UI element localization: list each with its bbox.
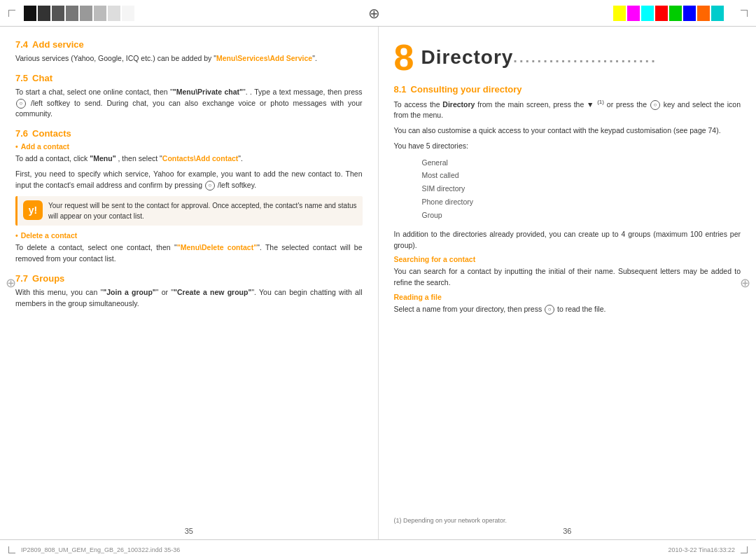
section-76-title: Contacts (32, 128, 71, 139)
crosshair-right: ⊕ (740, 275, 750, 291)
corner-mark-bl (8, 546, 15, 553)
private-chat-menu: "Menu\Private chat" (173, 88, 243, 96)
corner-mark-br (741, 546, 748, 553)
page-left: ⊕ 7.4 Add service Various services (Yaho… (0, 27, 379, 539)
color-swatch (697, 6, 710, 21)
contacts-add-path: Contacts\Add contact (162, 154, 239, 163)
confirm-icon: ○ (205, 181, 215, 191)
chapter-dots: ........................ (513, 50, 657, 66)
section-75-title: Chat (32, 73, 52, 83)
section-81-p1: To access the Directory from the main sc… (394, 98, 741, 121)
color-swatch (38, 6, 50, 21)
section-77: 7.7 Groups With this menu, you can ""Joi… (15, 273, 363, 310)
chapter-title: Directory ........................ (421, 46, 657, 69)
section-76-num: 7.6 (15, 128, 28, 139)
color-swatch (669, 6, 682, 21)
color-swatch (52, 6, 64, 21)
dir-phone: Phone directory (422, 195, 741, 209)
info-app-icon: y! (23, 200, 43, 220)
section-77-num: 7.7 (15, 273, 28, 284)
section-76: 7.6 Contacts Add a contact To add a cont… (15, 128, 363, 265)
section-77-title: Groups (32, 273, 64, 284)
section-74: 7.4 Add service Various services (Yahoo,… (15, 39, 363, 64)
create-group: "Create a new group" (174, 288, 251, 296)
corner-mark-tr (741, 10, 748, 17)
searching-heading: Searching for a contact (394, 255, 741, 263)
footnote: (1) Depending on your network operator. (394, 517, 741, 524)
color-swatch (711, 6, 724, 21)
top-bar: ⊕ (0, 0, 756, 27)
section-81-p3: You have 5 directories: (394, 141, 741, 152)
page-number-left: 35 (0, 527, 378, 535)
directory-bold: Directory (442, 100, 475, 109)
corner-mark-tl (8, 10, 15, 17)
color-swatch (24, 6, 36, 21)
bullet-delete-contact: Delete a contact (15, 231, 363, 240)
section-74-title: Add service (32, 39, 84, 50)
section-75: 7.5 Chat To start a chat, select one onl… (15, 73, 363, 120)
read-key-icon: ○ (545, 305, 554, 315)
section-75-body: To start a chat, select one online conta… (15, 87, 363, 120)
color-swatch (122, 6, 134, 21)
section-81-heading: 8.1 Consulting your directory (394, 84, 741, 95)
color-swatch (613, 6, 626, 21)
reading-heading: Reading a file (394, 293, 741, 301)
chapter-title-wrap: Directory ........................ (421, 46, 657, 69)
color-swatch (655, 6, 668, 21)
color-swatch (627, 6, 640, 21)
page-right: ⊕ 8 Directory ........................ 8… (379, 27, 757, 539)
dir-general: General (422, 156, 741, 170)
bottom-bar-right: 2010-3-22 Tina16:33:22 (668, 546, 748, 553)
top-bar-left (8, 6, 134, 21)
add-contact-p2: First, you need to specify which service… (15, 169, 363, 191)
footnote-ref: (1) (597, 99, 604, 105)
section-76-heading: 7.6 Contacts (15, 128, 363, 139)
section-75-num: 7.5 (15, 73, 28, 83)
color-swatch (108, 6, 120, 21)
main-content: ⊕ 7.4 Add service Various services (Yaho… (0, 27, 756, 539)
menu-label: "Menu" (90, 154, 115, 163)
dir-sim: SIM directory (422, 182, 741, 195)
color-swatch (80, 6, 92, 21)
color-swatch (94, 6, 106, 21)
delete-menu-path: "Menu\Delete contact" (177, 243, 257, 251)
section-74-num: 7.4 (15, 39, 28, 50)
section-81: 8.1 Consulting your directory To access … (394, 84, 741, 315)
add-contact-p1: To add a contact, click "Menu" , then se… (15, 153, 363, 165)
bottom-bar: IP2809_808_UM_GEM_Eng_GB_26_100322.indd … (0, 539, 756, 559)
section-81-p5: You can search for a contact by inputtin… (394, 266, 741, 289)
bottom-bar-left: IP2809_808_UM_GEM_Eng_GB_26_100322.indd … (8, 546, 180, 553)
info-box: y! Your request will be sent to the cont… (15, 196, 363, 226)
menu-path: Menu\Services\Add Service (216, 54, 312, 62)
bullet-add-contact: Add a contact (15, 142, 363, 151)
section-81-num: 8.1 (394, 84, 407, 95)
chapter-number: 8 (394, 39, 414, 76)
section-81-p2: You can also customise a quick access to… (394, 125, 741, 137)
top-bar-right (613, 6, 748, 21)
dir-most-called: Most called (422, 169, 741, 182)
section-81-title: Consulting your directory (411, 84, 522, 95)
crosshair-center: ⊕ (368, 5, 380, 22)
crosshair-left: ⊕ (6, 275, 16, 291)
section-77-heading: 7.7 Groups (15, 273, 363, 284)
section-74-heading: 7.4 Add service (15, 39, 363, 50)
section-81-p4: In addition to the directories already p… (394, 229, 741, 251)
color-swatch (641, 6, 654, 21)
color-swatch (683, 6, 696, 21)
color-strip-left (24, 6, 134, 21)
delete-contact-body: To delete a contact, select one contact,… (15, 242, 363, 265)
down-key: ▼ (587, 100, 594, 109)
section-77-body: With this menu, you can ""Join a group""… (15, 287, 363, 310)
ok-key-icon: ○ (650, 100, 660, 110)
directory-list: General Most called SIM directory Phone … (394, 156, 741, 222)
info-box-text: Your request will be sent to the contact… (48, 200, 357, 221)
softkey-icon: ○ (16, 99, 26, 109)
bottom-file-info: IP2809_808_UM_GEM_Eng_GB_26_100322.indd … (21, 546, 180, 553)
bottom-timestamp: 2010-3-22 Tina16:33:22 (668, 546, 735, 553)
join-group: "Join a group" (103, 288, 156, 296)
chapter-header: 8 Directory ........................ (394, 39, 741, 76)
page-number-right: 36 (379, 527, 757, 535)
section-75-heading: 7.5 Chat (15, 73, 363, 83)
section-74-body: Various services (Yahoo, Google, ICQ etc… (15, 53, 363, 64)
color-swatch (66, 6, 78, 21)
